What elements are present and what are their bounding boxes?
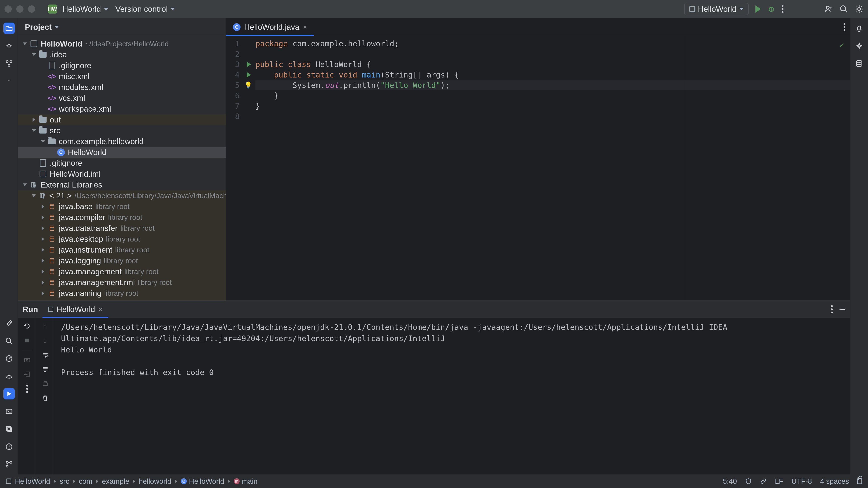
link-icon[interactable] xyxy=(760,478,767,485)
tree-row[interactable]: com.example.helloworld xyxy=(18,136,226,147)
tree-row[interactable]: java.naming library root xyxy=(18,288,226,299)
debug-button[interactable] xyxy=(768,5,775,13)
services-tool-button[interactable] xyxy=(3,353,15,364)
code-line[interactable]: } xyxy=(255,90,850,101)
gutter-line[interactable]: 5💡 xyxy=(226,80,240,90)
tree-row[interactable]: </>misc.xml xyxy=(18,71,226,82)
version-control-menu[interactable]: Version control xyxy=(112,3,179,15)
status-indent[interactable]: 4 spaces xyxy=(820,477,849,486)
tree-arrow[interactable] xyxy=(41,63,45,68)
tree-arrow[interactable] xyxy=(41,139,45,144)
tree-row[interactable]: java.datatransfer library root xyxy=(18,223,226,234)
breadcrumb-item[interactable]: HelloWorld xyxy=(15,477,50,486)
database-tool-button[interactable] xyxy=(854,58,865,69)
tree-row[interactable]: .idea xyxy=(18,49,226,60)
tree-row[interactable]: java.management.rmi library root xyxy=(18,277,226,288)
tree-arrow[interactable] xyxy=(32,172,36,176)
console-output[interactable]: /Users/helenscott/Library/Java/JavaVirtu… xyxy=(54,318,850,475)
tree-row[interactable]: java.base library root xyxy=(18,201,226,212)
chevron-down-icon[interactable] xyxy=(55,26,59,29)
dump-threads-button[interactable] xyxy=(24,355,31,365)
tree-arrow[interactable] xyxy=(41,269,45,274)
run-toolbar-more-button[interactable] xyxy=(26,384,28,394)
tree-arrow[interactable] xyxy=(50,150,54,155)
tree-row[interactable]: .gitignore xyxy=(18,158,226,168)
project-tree[interactable]: HelloWorld ~/IdeaProjects/HelloWorld.ide… xyxy=(18,36,226,300)
tree-arrow[interactable] xyxy=(41,107,45,111)
tree-arrow[interactable] xyxy=(32,161,36,165)
terminal-tool-button[interactable] xyxy=(3,406,15,417)
soft-wrap-button[interactable] xyxy=(41,350,49,360)
stop-button[interactable] xyxy=(24,335,30,346)
run-gutter-icon[interactable] xyxy=(247,62,251,67)
tree-row[interactable]: java.management library root xyxy=(18,266,226,277)
more-tool-windows-button[interactable] xyxy=(3,75,15,87)
tree-arrow[interactable] xyxy=(41,258,45,263)
tree-row[interactable]: java.compiler library root xyxy=(18,212,226,223)
code-line[interactable]: System.out.println("Hello World"); xyxy=(255,80,850,90)
run-button[interactable] xyxy=(755,5,761,13)
gutter-line[interactable]: 2 xyxy=(226,49,240,59)
tree-arrow[interactable] xyxy=(41,248,45,252)
status-linecol[interactable]: 5:40 xyxy=(723,477,737,486)
scroll-to-end-button[interactable] xyxy=(41,364,49,375)
run-configuration-selector[interactable]: HelloWorld xyxy=(684,3,749,15)
code-line[interactable] xyxy=(255,49,850,59)
tree-row[interactable]: out xyxy=(18,114,226,125)
tree-row[interactable]: External Libraries xyxy=(18,180,226,190)
code-line[interactable]: public class HelloWorld { xyxy=(255,59,850,70)
breadcrumb-item[interactable]: mmain xyxy=(234,477,257,486)
run-more-button[interactable] xyxy=(831,305,833,313)
tree-arrow[interactable] xyxy=(41,204,45,209)
status-encoding[interactable]: UTF-8 xyxy=(792,477,812,486)
breadcrumb-item[interactable]: src xyxy=(60,477,69,486)
tree-row[interactable]: </>modules.xml xyxy=(18,82,226,93)
tree-row[interactable]: CHelloWorld xyxy=(18,147,226,158)
tree-row[interactable]: </>workspace.xml xyxy=(18,103,226,114)
code-with-me-button[interactable] xyxy=(824,5,833,13)
breadcrumbs[interactable]: HelloWorldsrccomexamplehelloworldCHelloW… xyxy=(6,477,719,486)
structure-tool-button[interactable] xyxy=(3,58,15,69)
tree-row[interactable]: HelloWorld.iml xyxy=(18,168,226,180)
gutter-line[interactable]: 3 xyxy=(226,59,240,70)
tree-row[interactable]: .gitignore xyxy=(18,60,226,71)
tree-arrow[interactable] xyxy=(23,183,27,187)
coverage-tool-button[interactable] xyxy=(3,423,15,435)
breadcrumb-item[interactable]: com xyxy=(79,477,92,486)
clear-console-button[interactable] xyxy=(41,393,49,403)
search-everywhere-button[interactable] xyxy=(839,5,848,13)
tree-arrow[interactable] xyxy=(41,280,45,285)
project-tool-button[interactable] xyxy=(3,23,15,34)
gutter-line[interactable]: 4 xyxy=(226,70,240,80)
code-line[interactable]: } xyxy=(255,101,850,111)
tree-arrow[interactable] xyxy=(41,85,45,90)
project-menu[interactable]: HW HelloWorld xyxy=(44,3,112,15)
close-window-icon[interactable] xyxy=(4,5,12,13)
breadcrumb-item[interactable]: example xyxy=(102,477,129,486)
tree-arrow[interactable] xyxy=(41,215,45,220)
editor-tabs-more-button[interactable] xyxy=(844,23,845,31)
close-run-tab-button[interactable]: × xyxy=(98,305,103,314)
tree-row[interactable]: HelloWorld ~/IdeaProjects/HelloWorld xyxy=(18,38,226,49)
editor-gutter[interactable]: 12345💡678 xyxy=(226,36,255,300)
tree-arrow[interactable] xyxy=(23,41,27,46)
ai-assistant-tool-button[interactable] xyxy=(854,40,865,52)
notifications-tool-button[interactable] xyxy=(854,23,865,34)
exit-button[interactable] xyxy=(24,369,31,379)
shield-icon[interactable] xyxy=(745,478,752,485)
tree-row[interactable]: java.desktop library root xyxy=(18,234,226,245)
rerun-button[interactable] xyxy=(24,321,31,331)
tree-row[interactable]: </>vcs.xml xyxy=(18,93,226,103)
settings-button[interactable] xyxy=(855,5,864,13)
tree-arrow[interactable] xyxy=(32,193,36,198)
close-tab-button[interactable]: × xyxy=(303,23,307,31)
print-button[interactable] xyxy=(41,379,49,389)
status-line-ending[interactable]: LF xyxy=(775,477,783,486)
hide-tool-window-button[interactable] xyxy=(839,309,845,310)
code-line[interactable] xyxy=(255,111,850,122)
tree-arrow[interactable] xyxy=(41,237,45,241)
code-line[interactable]: public static void main(String[] args) { xyxy=(255,70,850,80)
code-line[interactable]: package com.example.helloworld; xyxy=(255,38,850,49)
minimize-window-icon[interactable] xyxy=(16,5,24,13)
build-tool-button[interactable] xyxy=(3,318,15,329)
